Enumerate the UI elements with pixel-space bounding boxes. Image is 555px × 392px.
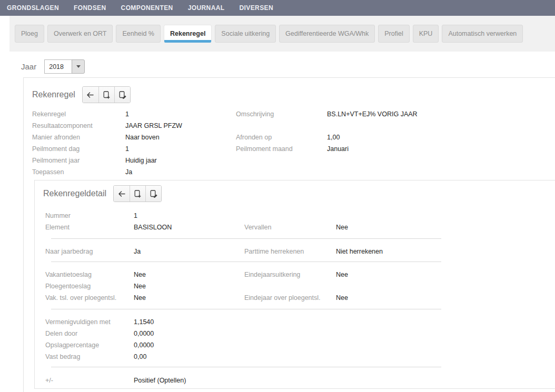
field-row: Peilmoment jaar Huidig jaar bbox=[32, 155, 555, 166]
field-row: Element BASISLOON Vervallen Nee bbox=[45, 222, 555, 233]
rekenregel-panel: Rekenregel Rekenregel 1 Omschrijving BS.… bbox=[23, 77, 555, 392]
field-row: Delen door 0,0000 bbox=[45, 328, 555, 339]
back-arrow-icon bbox=[117, 189, 126, 198]
edit-document-icon bbox=[118, 91, 127, 99]
new-document-icon bbox=[133, 189, 142, 198]
detail-section: Naar jaarbedrag Ja Parttime herrekenen N… bbox=[35, 239, 555, 262]
field-label: Peilmoment maand bbox=[236, 145, 327, 153]
detail-section: Vakantietoeslag Nee Eindejaarsuitkering … bbox=[35, 262, 555, 309]
rekenregeldetail-panel-header: Rekenregeldetail bbox=[43, 185, 555, 202]
tab-sociale-uitkering[interactable]: Sociale uitkering bbox=[215, 25, 276, 43]
field-label: Peilmoment jaar bbox=[32, 157, 125, 164]
field-label: Ploegentoeslag bbox=[45, 283, 134, 290]
top-navbar: GRONDSLAGEN FONDSEN COMPONENTEN JOURNAAL… bbox=[0, 0, 555, 16]
field-value: 1,1540 bbox=[134, 318, 244, 326]
field-value: Nee bbox=[336, 294, 348, 301]
year-select-value[interactable]: 2018 bbox=[44, 59, 72, 74]
nav-item-diversen[interactable]: DIVERSEN bbox=[240, 4, 274, 12]
rekenregel-toolbar bbox=[82, 86, 131, 103]
year-select[interactable]: 2018 bbox=[44, 59, 85, 74]
field-row: +/- Positief (Optellen) bbox=[45, 375, 555, 386]
field-label: Parttime herrekenen bbox=[244, 248, 336, 255]
detail-section: Nummer 1 Element BASISLOON Vervallen Nee bbox=[35, 202, 555, 238]
field-label: Vakantietoeslag bbox=[45, 271, 134, 278]
field-row: Vast bedrag 0,00 bbox=[45, 351, 555, 363]
field-label: Vak. tsl. over ploegentsl. bbox=[45, 294, 134, 301]
rekenregel-panel-title: Rekenregel bbox=[32, 90, 75, 99]
field-value: Nee bbox=[336, 271, 348, 278]
field-value: Positief (Optellen) bbox=[134, 377, 244, 384]
tab-profiel[interactable]: Profiel bbox=[378, 25, 409, 43]
new-document-icon bbox=[102, 91, 111, 99]
tab-automatisch-verwerken[interactable]: Automatisch verwerken bbox=[442, 25, 523, 43]
field-row: Vermenigvuldigen met 1,1540 bbox=[45, 316, 555, 328]
field-label: Opslagpercentage bbox=[45, 341, 134, 349]
field-label: Peilmoment dag bbox=[32, 145, 125, 153]
tab-overwerk-en-ort[interactable]: Overwerk en ORT bbox=[47, 25, 113, 43]
field-row: Toepassen Ja bbox=[32, 166, 555, 178]
nav-item-fondsen[interactable]: FONDSEN bbox=[74, 4, 106, 12]
field-label: Delen door bbox=[45, 330, 134, 337]
tab-kpu[interactable]: KPU bbox=[413, 25, 439, 43]
year-selector-row: Jaar 2018 bbox=[21, 59, 85, 74]
field-label: Eindejaarsuitkering bbox=[244, 271, 336, 278]
field-value: BS.LN+VT+EJ% VORIG JAAR bbox=[327, 110, 418, 118]
field-label: Toepassen bbox=[32, 168, 125, 176]
field-value: Nee bbox=[336, 224, 348, 231]
edit-document-icon bbox=[149, 189, 158, 198]
field-value: Huidig jaar bbox=[125, 157, 236, 164]
rekenregeldetail-panel: Rekenregeldetail Nummer 1 bbox=[34, 180, 555, 389]
field-value: 1 bbox=[125, 145, 236, 153]
detail-edit-record-button[interactable] bbox=[145, 186, 161, 202]
nav-item-journaal[interactable]: JOURNAAL bbox=[188, 4, 225, 12]
field-label: Nummer bbox=[45, 212, 134, 219]
field-value: Ja bbox=[134, 248, 244, 255]
field-value: Naar boven bbox=[125, 134, 236, 141]
new-record-button[interactable] bbox=[98, 87, 114, 103]
field-value: 1 bbox=[134, 212, 244, 219]
field-value: Nee bbox=[134, 283, 244, 290]
field-value: Nee bbox=[134, 271, 244, 278]
nav-item-grondslagen[interactable]: GRONDSLAGEN bbox=[7, 4, 59, 12]
field-label: Vervallen bbox=[244, 224, 336, 231]
tab-gedifferentieerde-wga-whk[interactable]: Gedifferentieerde WGA/Whk bbox=[279, 25, 375, 43]
field-label: Resultaatcomponent bbox=[32, 122, 125, 129]
tab-rekenregel[interactable]: Rekenregel bbox=[164, 25, 212, 43]
field-row: Manier afronden Naar boven Afronden op 1… bbox=[32, 132, 555, 143]
caret-down-icon bbox=[76, 65, 81, 68]
field-label: Vermenigvuldigen met bbox=[45, 318, 134, 326]
field-value: 0,00 bbox=[134, 353, 244, 360]
field-label: Eindejaar over ploegentsl. bbox=[244, 294, 336, 301]
field-label: Afronden op bbox=[236, 134, 327, 141]
field-label: Vast bedrag bbox=[45, 353, 134, 360]
field-row: Nummer 1 bbox=[45, 210, 555, 222]
field-value: BASISLOON bbox=[134, 224, 244, 231]
detail-section: Vermenigvuldigen met 1,1540 Delen door 0… bbox=[35, 309, 555, 367]
field-value: Nee bbox=[134, 294, 244, 301]
nav-item-componenten[interactable]: COMPONENTEN bbox=[121, 4, 173, 12]
tab-ploeg[interactable]: Ploeg bbox=[15, 25, 44, 43]
edit-record-button[interactable] bbox=[114, 87, 130, 103]
field-label: +/- bbox=[45, 377, 134, 384]
field-value: 1,00 bbox=[327, 134, 340, 141]
year-select-dropdown-button[interactable] bbox=[72, 59, 85, 74]
tab-eenheid-pct[interactable]: Eenheid % bbox=[116, 25, 160, 43]
field-value: 0,0000 bbox=[134, 330, 244, 337]
field-value: JAAR GRSL PFZW bbox=[125, 122, 236, 129]
field-value: Ja bbox=[125, 168, 236, 176]
field-value: 1 bbox=[125, 110, 236, 118]
rekenregeldetail-panel-title: Rekenregeldetail bbox=[43, 189, 106, 198]
tab-strip: Ploeg Overwerk en ORT Eenheid % Rekenreg… bbox=[9, 16, 555, 52]
field-row: Naar jaarbedrag Ja Parttime herrekenen N… bbox=[45, 246, 555, 257]
detail-new-record-button[interactable] bbox=[130, 186, 145, 202]
rekenregel-fields: Rekenregel 1 Omschrijving BS.LN+VT+EJ% V… bbox=[24, 108, 555, 178]
field-label: Element bbox=[45, 224, 134, 231]
detail-back-button[interactable] bbox=[114, 186, 130, 202]
field-row: Ploegentoeslag Nee bbox=[45, 280, 555, 292]
field-value: 0,0000 bbox=[134, 341, 244, 349]
field-row: Resultaatcomponent JAAR GRSL PFZW bbox=[32, 120, 555, 132]
back-button[interactable] bbox=[83, 87, 98, 103]
detail-section: +/- Positief (Optellen) bbox=[35, 367, 555, 386]
field-label: Omschrijving bbox=[236, 110, 327, 118]
back-arrow-icon bbox=[86, 91, 95, 99]
